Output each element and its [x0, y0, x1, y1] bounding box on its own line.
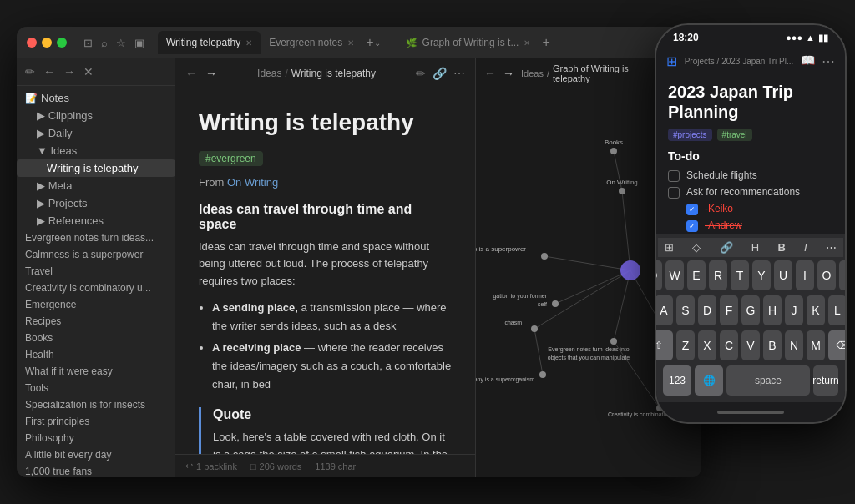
- sidebar-item-1000-fans[interactable]: 1,000 true fans: [17, 463, 175, 477]
- sidebar-item-tools[interactable]: Tools: [17, 380, 175, 396]
- todo-checkbox[interactable]: [668, 187, 680, 199]
- on-writing-link[interactable]: On Writing: [227, 176, 278, 189]
- forward-arrow[interactable]: →: [205, 67, 217, 80]
- graph-breadcrumb-parent[interactable]: Ideas: [521, 68, 544, 78]
- close-button[interactable]: [27, 38, 37, 48]
- sidebar-item-travel[interactable]: Travel: [17, 263, 175, 280]
- key-a[interactable]: A: [655, 295, 673, 325]
- graph-new-tab-button[interactable]: +: [542, 35, 549, 50]
- key-l[interactable]: L: [828, 295, 847, 325]
- key-w[interactable]: W: [665, 260, 684, 290]
- key-h[interactable]: H: [763, 295, 782, 325]
- sidebar-item-creativity[interactable]: Creativity is combinatory u...: [17, 280, 175, 296]
- back-arrow[interactable]: ←: [185, 67, 197, 80]
- tab-graph[interactable]: 🌿 Graph of Writing is t... ✕: [397, 31, 539, 54]
- globe-key[interactable]: 🌐: [695, 365, 723, 396]
- key-f[interactable]: F: [720, 295, 738, 325]
- sidebar-item-specialization[interactable]: Specialization is for insects: [17, 396, 175, 413]
- key-m[interactable]: M: [807, 330, 825, 360]
- more-icon[interactable]: ⋯: [822, 53, 835, 69]
- key-g[interactable]: G: [741, 295, 760, 325]
- fullscreen-button[interactable]: [57, 38, 67, 48]
- todo-item-flights[interactable]: Schedule flights: [668, 169, 833, 182]
- todo-item-keiko[interactable]: ✓ -Keiko: [668, 203, 833, 215]
- key-p[interactable]: P: [839, 260, 847, 290]
- home-indicator[interactable]: [717, 411, 784, 414]
- sidebar-item-clippings[interactable]: ▶ Clippings: [17, 107, 175, 124]
- shift-key[interactable]: ⇧: [655, 330, 673, 360]
- phone-app-icon[interactable]: ⊞: [666, 53, 677, 69]
- key-e[interactable]: E: [687, 260, 706, 290]
- kb-more-icon[interactable]: ⋯: [826, 241, 837, 254]
- sidebar-item-ideas[interactable]: ▼ Ideas: [17, 142, 175, 159]
- kb-icon-2[interactable]: ◇: [692, 241, 701, 254]
- tab-close-icon[interactable]: ✕: [245, 38, 252, 48]
- new-note-icon[interactable]: ✏: [25, 65, 35, 78]
- link-icon[interactable]: 🔗: [433, 67, 447, 80]
- sidebar-item-calmness[interactable]: Calmness is a superpower: [17, 246, 175, 263]
- sidebar-item-philosophy[interactable]: Philosophy: [17, 430, 175, 446]
- graph-back-arrow[interactable]: ←: [484, 67, 496, 80]
- tab-close-icon[interactable]: ✕: [347, 38, 354, 48]
- key-c[interactable]: C: [720, 330, 738, 360]
- key-i[interactable]: I: [796, 260, 814, 290]
- key-x[interactable]: X: [698, 330, 716, 360]
- todo-item-recommendations[interactable]: Ask for recommendations: [668, 186, 833, 199]
- sidebar-item-what-if[interactable]: What if it were easy: [17, 363, 175, 380]
- tag-projects[interactable]: #projects: [668, 129, 712, 141]
- tab-evergreen-notes[interactable]: Evergreen notes ✕: [261, 31, 362, 54]
- todo-checkbox[interactable]: [668, 170, 680, 182]
- star-icon[interactable]: ☆: [116, 37, 126, 49]
- number-key[interactable]: 123: [663, 365, 691, 396]
- key-k[interactable]: K: [807, 295, 825, 325]
- sidebar-item-projects[interactable]: ▶ Projects: [17, 194, 175, 212]
- edit-icon[interactable]: ✏: [416, 67, 426, 80]
- close-sidebar-icon[interactable]: ✕: [83, 65, 94, 78]
- key-n[interactable]: N: [785, 330, 803, 360]
- minimize-button[interactable]: [42, 38, 52, 48]
- sidebar-item-emergence[interactable]: Emergence: [17, 296, 175, 313]
- search-icon[interactable]: ⌕: [101, 37, 108, 49]
- key-z[interactable]: Z: [676, 330, 695, 360]
- sidebar-item-recipes[interactable]: Recipes: [17, 313, 175, 330]
- sidebar-item-references[interactable]: ▶ References: [17, 212, 175, 229]
- key-s[interactable]: S: [676, 295, 695, 325]
- kb-icon-3[interactable]: 🔗: [720, 241, 733, 254]
- sidebar-icon[interactable]: ▣: [134, 37, 144, 49]
- forward-sidebar-icon[interactable]: →: [63, 65, 75, 78]
- sidebar-item-meta[interactable]: ▶ Meta: [17, 177, 175, 194]
- more-icon[interactable]: ⋯: [453, 67, 465, 80]
- key-t[interactable]: T: [731, 260, 749, 290]
- key-q[interactable]: Q: [655, 260, 662, 290]
- todo-checkbox-checked[interactable]: ✓: [686, 204, 698, 215]
- sidebar-item-notes[interactable]: 📝 Notes: [17, 89, 175, 107]
- kb-icon-1[interactable]: ⊞: [665, 241, 674, 254]
- key-u[interactable]: U: [774, 260, 792, 290]
- new-tab-button[interactable]: +: [366, 35, 373, 50]
- key-d[interactable]: D: [698, 295, 716, 325]
- sidebar-item-first-principles[interactable]: First principles: [17, 413, 175, 430]
- book-icon[interactable]: 📖: [801, 53, 815, 69]
- tag-travel[interactable]: #travel: [717, 129, 752, 141]
- key-v[interactable]: V: [741, 330, 760, 360]
- sidebar-item-evergreen[interactable]: Evergreen notes turn ideas...: [17, 229, 175, 246]
- kb-icon-6[interactable]: I: [804, 241, 807, 254]
- breadcrumb-parent[interactable]: Ideas: [257, 68, 281, 79]
- return-key[interactable]: return: [813, 365, 838, 396]
- kb-icon-5[interactable]: B: [777, 241, 785, 254]
- tag-badge[interactable]: #evergreen: [199, 151, 263, 166]
- back-sidebar-icon[interactable]: ←: [43, 65, 55, 78]
- sidebar-item-daily[interactable]: ▶ Daily: [17, 124, 175, 142]
- backlinks-count[interactable]: ↩ 1 backlink: [185, 461, 237, 471]
- tab-writing-telepathy[interactable]: Writing telepathy ✕: [158, 31, 261, 54]
- key-r[interactable]: R: [709, 260, 727, 290]
- todo-checkbox-checked[interactable]: ✓: [686, 220, 698, 232]
- folder-icon[interactable]: ⊡: [83, 37, 93, 49]
- key-o[interactable]: O: [817, 260, 836, 290]
- key-j[interactable]: J: [785, 295, 803, 325]
- graph-tab-close-icon[interactable]: ✕: [524, 38, 530, 48]
- graph-forward-arrow[interactable]: →: [503, 67, 514, 80]
- space-key[interactable]: space: [726, 365, 810, 396]
- key-y[interactable]: Y: [752, 260, 771, 290]
- todo-item-andrew[interactable]: ✓ -Andrew: [668, 219, 833, 232]
